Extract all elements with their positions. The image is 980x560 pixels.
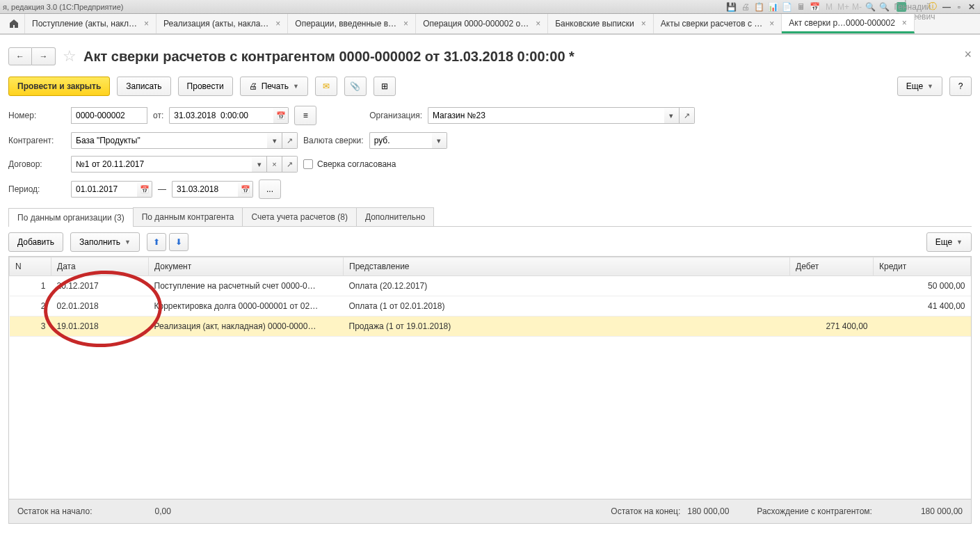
calendar-button[interactable]: 📅	[137, 181, 152, 198]
minimize-icon[interactable]: —	[941, 1, 952, 13]
copy-icon[interactable]: 📋	[754, 1, 765, 13]
close-icon[interactable]: ✕	[966, 1, 977, 13]
period-more-button[interactable]: ...	[259, 179, 281, 199]
attach-button[interactable]: 📎	[344, 77, 367, 96]
post-button[interactable]: Провести	[178, 77, 233, 96]
subtab-accounts[interactable]: Счета учета расчетов (8)	[242, 207, 356, 226]
open-icon: ↗	[684, 111, 690, 120]
open-button[interactable]: ↗	[680, 107, 695, 124]
period-to-field[interactable]	[172, 181, 238, 198]
paperclip-icon: 📎	[350, 81, 360, 91]
maximize-icon[interactable]: ▫	[954, 1, 965, 13]
structure-button[interactable]: ⊞	[373, 77, 396, 96]
date-extra-button[interactable]: ≡	[294, 106, 316, 125]
organization-field[interactable]	[428, 107, 664, 124]
user-badge[interactable]: Абрамов Геннадий Сергеевич	[892, 1, 924, 13]
tab-label: Операции, введенные в…	[295, 19, 396, 29]
favorite-star-icon[interactable]: ☆	[63, 47, 77, 65]
dropdown-button[interactable]: ▾	[432, 132, 447, 149]
print-button[interactable]: 🖨 Печать ▼	[240, 77, 308, 96]
subtab-contractor-data[interactable]: По данным контрагента	[133, 207, 243, 226]
open-button[interactable]: ↗	[282, 156, 298, 173]
dropdown-button[interactable]: ▾	[252, 156, 267, 173]
col-repr[interactable]: Представление	[344, 257, 790, 276]
fill-button[interactable]: Заполнить▼	[70, 232, 140, 252]
period-from-field[interactable]	[71, 181, 137, 198]
m-btn[interactable]: M	[824, 1, 835, 13]
col-doc[interactable]: Документ	[149, 257, 344, 276]
tab-close-icon[interactable]: ×	[144, 19, 149, 29]
tab-close-icon[interactable]: ×	[536, 19, 540, 29]
col-credit[interactable]: Кредит	[874, 257, 971, 276]
table-row[interactable]: 3 19.01.2018 Реализация (акт, накладная)…	[10, 317, 971, 337]
calc-icon[interactable]: 🖩	[796, 1, 807, 13]
date-field[interactable]	[169, 107, 273, 124]
structure-icon: ⊞	[381, 81, 388, 91]
save-button[interactable]: Записать	[117, 77, 170, 96]
tab-close-icon[interactable]: ×	[275, 19, 280, 29]
currency-label: Валюта сверки:	[303, 136, 364, 145]
subtab-org-data[interactable]: По данным организации (3)	[8, 208, 134, 227]
tab-close-icon[interactable]: ×	[902, 18, 907, 28]
info-icon[interactable]: ⓘ	[927, 1, 938, 13]
col-n[interactable]: N	[10, 257, 51, 276]
open-button[interactable]: ↗	[282, 132, 298, 149]
calendar-icon[interactable]: 📅	[810, 1, 821, 13]
tab-3[interactable]: Операция 0000-000002 о…×	[416, 14, 548, 33]
diff-value: 180 000,00	[921, 506, 963, 516]
col-date[interactable]: Дата	[51, 257, 149, 276]
cell-n: 3	[10, 317, 51, 337]
clear-button[interactable]: ×	[267, 156, 282, 173]
calendar-button[interactable]: 📅	[273, 107, 289, 124]
tab-label: Операция 0000-000002 о…	[423, 19, 529, 29]
tab-close-icon[interactable]: ×	[769, 19, 774, 29]
save-icon[interactable]: 💾	[726, 1, 737, 13]
start-balance-label: Остаток на начало:	[17, 506, 92, 516]
tab-0[interactable]: Поступление (акты, накл…×	[25, 14, 156, 33]
doc-icon[interactable]: 📄	[782, 1, 793, 13]
add-button[interactable]: Добавить	[8, 232, 63, 252]
cell-repr: Оплата (20.12.2017)	[344, 276, 790, 296]
cell-debit	[790, 296, 874, 317]
mplus-btn[interactable]: M+	[837, 1, 849, 13]
mminus-btn[interactable]: M-	[852, 1, 862, 13]
number-field[interactable]	[71, 107, 147, 124]
tab-4[interactable]: Банковские выписки×	[548, 14, 654, 33]
contractor-field[interactable]	[71, 132, 267, 149]
dropdown-button[interactable]: ▾	[664, 107, 680, 124]
tab-5[interactable]: Акты сверки расчетов с …×	[654, 14, 782, 33]
tab-close-icon[interactable]: ×	[641, 19, 646, 29]
cell-credit: 41 400,00	[874, 296, 971, 317]
table-more-button[interactable]: Еще▼	[926, 232, 972, 252]
forward-button[interactable]: →	[32, 47, 56, 65]
data-table[interactable]: N Дата Документ Представление Дебет Кред…	[9, 257, 971, 337]
move-down-button[interactable]: ⬇	[169, 233, 188, 251]
subtab-additional[interactable]: Дополнительно	[356, 207, 434, 226]
tab-2[interactable]: Операции, введенные в…×	[288, 14, 416, 33]
tab-label: Акт сверки р…0000-000002	[789, 18, 895, 28]
page-close-icon[interactable]: ×	[964, 47, 972, 62]
zoom-out-icon[interactable]: 🔍	[878, 1, 890, 13]
printer-icon: 🖨	[249, 81, 257, 91]
col-debit[interactable]: Дебет	[790, 257, 874, 276]
dropdown-button[interactable]: ▾	[267, 132, 282, 149]
tab-close-icon[interactable]: ×	[403, 19, 408, 29]
print-icon[interactable]: 🖨	[740, 1, 751, 13]
more-button[interactable]: Еще▼	[897, 77, 942, 96]
tab-6[interactable]: Акт сверки р…0000-000002×	[782, 14, 915, 33]
table-row[interactable]: 1 20.12.2017 Поступление на расчетный сч…	[10, 276, 971, 296]
contract-field[interactable]	[71, 156, 252, 173]
calendar-button[interactable]: 📅	[238, 181, 253, 198]
help-button[interactable]: ?	[949, 77, 972, 96]
currency-field[interactable]	[369, 132, 432, 149]
back-button[interactable]: ←	[8, 47, 32, 65]
compare-icon[interactable]: 📊	[768, 1, 779, 13]
post-and-close-button[interactable]: Провести и закрыть	[8, 77, 110, 96]
reconciled-checkbox-wrap[interactable]: Сверка согласована	[303, 159, 396, 169]
home-tab[interactable]	[3, 14, 25, 33]
move-up-button[interactable]: ⬆	[147, 233, 166, 251]
table-row[interactable]: 2 02.01.2018 Корректировка долга 0000-00…	[10, 296, 971, 317]
zoom-in-icon[interactable]: 🔍	[865, 1, 876, 13]
email-button[interactable]: ✉	[315, 77, 337, 96]
tab-1[interactable]: Реализация (акты, накла…×	[156, 14, 288, 33]
